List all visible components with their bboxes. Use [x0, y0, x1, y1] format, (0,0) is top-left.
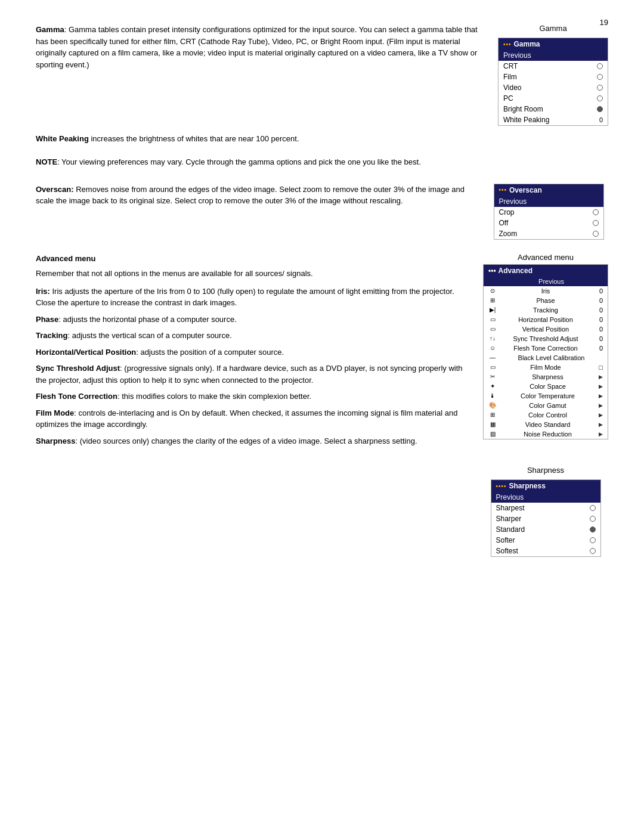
adv-icon-color-control: ⊞: [488, 411, 497, 419]
radio-crt: [597, 63, 603, 69]
advanced-panel: ••• Advanced Previous⊙Iris0⊞Phase0▶|Trac…: [483, 264, 608, 439]
adv-val-tracking: 0: [595, 306, 603, 314]
adv-icon-phase: ⊞: [488, 296, 497, 305]
adv-val-noise-reduction: ▶: [599, 431, 603, 437]
adv-icon-sync-threshold-adjust: ↑↓: [488, 335, 497, 343]
adv-val-vertical-position: 0: [595, 326, 603, 333]
adv-icon-tracking: ▶|: [488, 306, 497, 314]
note-bold: NOTE: [36, 157, 57, 166]
adv-val-color-gamut: ▶: [599, 402, 603, 408]
gamma-item-video: Video: [499, 82, 608, 93]
adv-icon-sharpness: ✂: [488, 373, 497, 381]
adv-val-iris: 0: [595, 287, 603, 295]
adv-icon-flesh-tone-correction: ☺: [488, 344, 497, 352]
adv-item-sharpness: ✂Sharpness▶: [484, 372, 608, 382]
gamma-panel-title-text: Gamma: [514, 40, 540, 48]
gamma-text: : Gamma tables contain preset intensity …: [36, 25, 478, 69]
sharpness-item-softest: Softest: [491, 546, 600, 556]
adv-item-film-mode: ▭Film Mode□: [484, 363, 608, 372]
adv-item-iris: ⊙Iris0: [484, 286, 608, 296]
adv-val-film-mode: □: [595, 364, 603, 371]
adv-icon-color-temperature: 🌡: [488, 392, 497, 400]
sharpness-section: Sharpness •••• Sharpness PreviousSharpes…: [36, 466, 608, 557]
overscan-item-zoom: Zoom: [494, 228, 603, 239]
overscan-item-off: Off: [494, 218, 603, 228]
adv-val-color-control: ▶: [599, 412, 603, 418]
phase-desc: Phase: adjusts the horizontal phase of a…: [36, 314, 471, 326]
adv-icon-film-mode: ▭: [488, 363, 497, 371]
gamma-dots: •••: [503, 41, 512, 48]
sharpness-panel-title: •••• Sharpness: [491, 480, 600, 492]
radio-video: [597, 85, 603, 91]
adv-icon-previous: [488, 277, 497, 286]
radio-sharpness-softest: [590, 548, 596, 554]
overscan-section: Overscan: Removes noise from around the …: [36, 184, 608, 240]
adv-icon-vertical-position: ▭: [488, 325, 497, 333]
white-peaking-text: White Peaking increases the brightness o…: [36, 134, 608, 143]
adv-val-horizontal-position: 0: [595, 316, 603, 323]
adv-icon-iris: ⊙: [488, 287, 497, 295]
sharpness-item-sharpest: Sharpest: [491, 503, 600, 513]
adv-val-flesh-tone-correction: 0: [595, 345, 603, 352]
radio-pc: [597, 95, 603, 101]
gamma-item-pc: PC: [499, 93, 608, 104]
advanced-dots: •••: [488, 267, 496, 275]
sharpness-item-softer: Softer: [491, 535, 600, 546]
adv-icon-color-gamut: 🎨: [488, 401, 497, 410]
adv-item-color-space: ✦Color Space▶: [484, 382, 608, 391]
white-peaking-bold: White Peaking: [36, 134, 89, 143]
gamma-description: Gamma: Gamma tables contain preset inten…: [36, 24, 486, 74]
advanced-section: Advanced menu Remember that not all opti…: [36, 253, 608, 452]
adv-icon-color-space: ✦: [488, 382, 497, 391]
radio-sharpness-softer: [590, 537, 596, 543]
overscan-panel: ••• Overscan PreviousCropOffZoom: [494, 184, 604, 240]
radio-sharpness-sharpest: [590, 505, 596, 511]
adv-item-color-gamut: 🎨Color Gamut▶: [484, 401, 608, 410]
gamma-label: Gamma: [539, 24, 566, 33]
advanced-descriptions: Advanced menu Remember that not all opti…: [36, 253, 471, 452]
adv-icon-black-level-calibration: —: [488, 354, 497, 362]
adv-val-sharpness: ▶: [599, 374, 603, 380]
sharpness-item-sharper: Sharper: [491, 513, 600, 524]
overscan-item-previous: Previous: [494, 196, 603, 207]
adv-item-vertical-position: ▭Vertical Position0: [484, 324, 608, 334]
gamma-bold-label: Gamma: [36, 25, 64, 34]
advanced-panel-title-text: Advanced: [499, 267, 532, 275]
note-text: NOTE: Your viewing preferences may vary.…: [36, 156, 608, 168]
advanced-panel-title: ••• Advanced: [484, 265, 608, 277]
sync-desc: Sync Threshold Adjust: (progressive sign…: [36, 363, 471, 386]
note-desc: : Your viewing preferences may vary. Cyc…: [57, 157, 421, 166]
overscan-panel-title: ••• Overscan: [494, 184, 603, 196]
tracking-desc: Tracking: adjusts the vertical scan of a…: [36, 330, 471, 342]
sharpness-item-standard: Standard: [491, 524, 600, 535]
overscan-description: Overscan: Removes noise from around the …: [36, 184, 477, 210]
sharpness-desc: Sharpness: (video sources only) changes …: [36, 435, 471, 447]
adv-item-tracking: ▶|Tracking0: [484, 305, 608, 315]
overscan-text: Removes noise from around the edges of t…: [36, 185, 465, 206]
overscan-panel-title-text: Overscan: [509, 186, 542, 194]
sharpness-menu-items: PreviousSharpestSharperStandardSofterSof…: [491, 492, 600, 556]
horiz-vert-desc: Horizontal/Vertical Position: adjusts th…: [36, 346, 471, 358]
adv-item-color-temperature: 🌡Color Temperature▶: [484, 391, 608, 401]
adv-item-flesh-tone-correction: ☺Flesh Tone Correction0: [484, 343, 608, 353]
adv-item-noise-reduction: ▨Noise Reduction▶: [484, 429, 608, 439]
adv-icon-video-standard: ▦: [488, 420, 497, 429]
white-peaking-desc: increases the brightness of whites that …: [89, 134, 299, 143]
adv-item-black-level-calibration: —Black Level Calibration: [484, 353, 608, 363]
adv-icon-horizontal-position: ▭: [488, 315, 497, 324]
film-desc: Film Mode: controls de-interlacing and i…: [36, 407, 471, 431]
gamma-panel: ••• Gamma PreviousCRTFilmVideoPCBright R…: [498, 38, 608, 126]
iris-desc: Iris: Iris adjusts the aperture of the I…: [36, 286, 471, 309]
sharpness-panel: •••• Sharpness PreviousSharpestSharperSt…: [491, 479, 601, 557]
adv-item-horizontal-position: ▭Horizontal Position0: [484, 315, 608, 324]
adv-val-color-space: ▶: [599, 383, 603, 389]
advanced-remember: Remember that not all options in the men…: [36, 268, 471, 280]
gamma-item-crt: CRT: [499, 61, 608, 72]
gamma-panel-title: ••• Gamma: [499, 38, 608, 50]
advanced-menu-items: Previous⊙Iris0⊞Phase0▶|Tracking0▭Horizon…: [484, 277, 608, 439]
radio-crop: [593, 209, 599, 215]
radio-sharpness-sharper: [590, 516, 596, 522]
adv-item-phase: ⊞Phase0: [484, 296, 608, 305]
adv-val-color-temperature: ▶: [599, 393, 603, 399]
adv-item-previous: Previous: [484, 277, 608, 286]
